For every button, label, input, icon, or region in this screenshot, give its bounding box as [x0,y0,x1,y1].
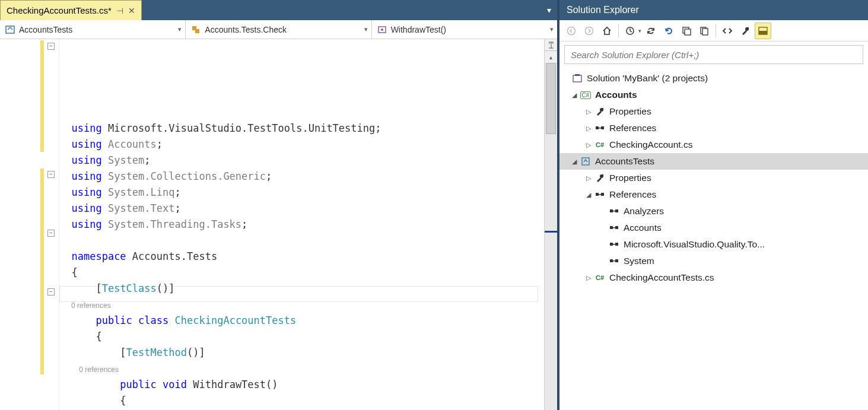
member-dropdown[interactable]: WithdrawTest() ▾ [372,20,557,39]
pin-icon[interactable]: ⊣ [116,6,123,15]
expander-open-icon[interactable]: ◢ [570,157,578,166]
svg-rect-18 [599,128,601,129]
change-gutter [39,39,44,410]
forward-button[interactable] [581,23,597,39]
collapse-toggle[interactable]: − [47,230,55,237]
node-label: Accounts [624,223,662,233]
node-label: System [624,256,654,266]
wrench-icon [594,173,606,183]
expander-closed-icon[interactable]: ▷ [584,274,593,282]
svg-rect-21 [601,193,604,196]
refresh-button[interactable] [660,23,677,39]
scroll-up-button[interactable]: ▴ [545,51,557,63]
reference-icon [608,256,620,266]
project-node-accounts[interactable]: ◢ C# Accounts [559,87,868,103]
reference-icon [608,223,620,233]
project-icon [5,24,15,35]
reference-icon [608,239,620,250]
expander-closed-icon[interactable]: ▷ [584,124,593,132]
code-editor[interactable]: − − − − using Microsoft.VisualStudio.Tes… [0,39,557,410]
home-button[interactable] [599,23,615,39]
node-label: CheckingAccountTests.cs [609,272,714,283]
reference-item[interactable]: Accounts [559,220,868,236]
svg-rect-23 [610,209,613,212]
node-label: Solution 'MyBank' (2 projects) [587,73,708,84]
svg-rect-25 [613,211,615,212]
wrench-icon [594,106,606,117]
class-icon [190,24,201,35]
solution-search[interactable] [564,45,863,64]
collapse-toggle[interactable]: − [47,288,55,295]
vertical-scrollbar[interactable]: ▴ [544,39,557,410]
scope-dropdown[interactable]: AccountsTests ▾ [0,20,186,39]
solution-tree[interactable]: Solution 'MyBank' (2 projects) ◢ C# Acco… [559,68,868,410]
back-button[interactable] [563,23,580,39]
chevron-down-icon[interactable]: ▾ [638,28,641,34]
svg-rect-11 [702,28,708,35]
scope-label: AccountsTests [19,25,72,34]
collapse-toggle[interactable]: − [47,171,55,178]
svg-rect-28 [613,227,615,228]
node-label: Properties [609,106,651,117]
svg-rect-30 [615,243,618,246]
references-node[interactable]: ▷ References [559,120,868,136]
preview-selected-button[interactable] [755,23,771,39]
svg-rect-32 [610,259,613,262]
reference-item[interactable]: System [559,253,868,269]
expander-closed-icon[interactable]: ▷ [584,174,593,182]
scroll-thumb[interactable] [546,63,556,134]
file-node[interactable]: ▷ C# CheckingAccountTests.cs [559,269,868,286]
sync-button[interactable] [643,23,659,39]
properties-node[interactable]: ▷ Properties [559,170,868,186]
svg-point-5 [568,27,576,34]
close-icon[interactable]: ✕ [128,6,135,15]
expander-closed-icon[interactable]: ▷ [584,107,593,116]
scroll-track[interactable] [545,63,557,410]
svg-rect-33 [615,259,618,262]
solution-search-input[interactable] [565,46,863,63]
solution-explorer: Solution Explorer ▾ Solution 'MyBank' (2… [559,0,868,410]
node-label: AccountsTests [595,156,654,167]
type-label: Accounts.Tests.Check [205,25,287,34]
reference-item[interactable]: Analyzers [559,203,868,220]
show-all-files-button[interactable] [696,23,713,39]
pending-changes-filter[interactable] [622,23,638,39]
code-content: using Microsoft.VisualStudio.TestTools.U… [59,39,544,410]
outlining-margin: − − − − [44,39,59,410]
properties-node[interactable]: ▷ Properties [559,103,868,120]
project-node-tests[interactable]: ◢ AccountsTests [559,153,868,170]
expander-closed-icon[interactable]: ▷ [584,141,593,149]
reference-icon [608,206,620,217]
expander-open-icon[interactable]: ◢ [584,190,593,199]
properties-button[interactable] [737,23,753,39]
chevron-down-icon: ▾ [178,26,182,33]
document-tab[interactable]: CheckingAccountTests.cs* ⊣ ✕ [0,0,142,20]
collapse-toggle[interactable]: − [47,43,55,50]
csharp-project-icon: C# [580,90,592,100]
node-label: Properties [609,173,651,183]
svg-rect-34 [613,260,615,262]
references-node[interactable]: ◢ References [559,186,868,203]
split-editor-button[interactable] [545,39,557,51]
references-icon [594,123,606,134]
svg-rect-20 [596,193,599,196]
solution-toolbar: ▾ [559,20,868,42]
svg-rect-14 [573,75,581,82]
type-dropdown[interactable]: Accounts.Tests.Check ▾ [186,20,371,39]
svg-rect-27 [615,226,618,229]
collapse-all-button[interactable] [678,23,695,39]
view-code-button[interactable] [719,23,736,39]
svg-point-4 [381,28,383,31]
active-files-dropdown[interactable]: ▾ [547,5,551,15]
svg-point-6 [586,27,593,34]
file-node[interactable]: ▷ C# CheckingAccount.cs [559,136,868,153]
reference-item[interactable]: Microsoft.VisualStudio.Quality.To... [559,236,868,253]
expander-open-icon[interactable]: ◢ [570,91,578,99]
svg-rect-16 [596,126,599,129]
node-label: Analyzers [624,206,664,217]
tab-title: CheckingAccountTests.cs* [7,5,112,15]
margin-indicator [0,39,39,410]
node-label: Accounts [595,90,637,100]
svg-rect-26 [610,226,613,229]
solution-node[interactable]: Solution 'MyBank' (2 projects) [559,70,868,87]
